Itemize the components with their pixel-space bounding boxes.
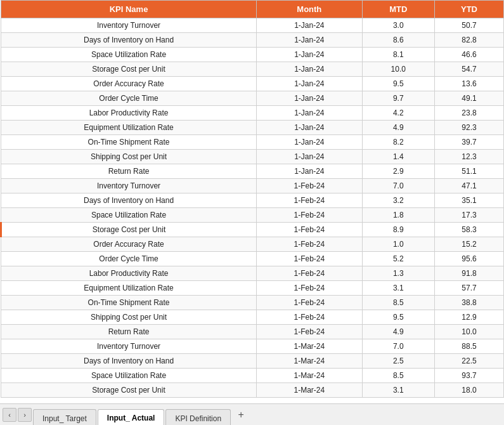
cell-kpi: Space Utilization Rate bbox=[1, 208, 257, 223]
table-row: Space Utilization Rate1-Feb-241.817.3 bbox=[1, 208, 504, 223]
cell-mtd: 1.3 bbox=[362, 266, 434, 281]
cell-kpi: Order Cycle Time bbox=[1, 91, 257, 106]
cell-ytd: 17.3 bbox=[435, 208, 504, 223]
cell-mtd: 8.6 bbox=[362, 33, 434, 48]
cell-kpi: Order Accuracy Rate bbox=[1, 237, 257, 252]
col-header-kpi: KPI Name bbox=[1, 1, 257, 18]
cell-month: 1-Jan-24 bbox=[257, 106, 362, 121]
cell-mtd: 7.0 bbox=[362, 339, 434, 354]
cell-month: 1-Jan-24 bbox=[257, 77, 362, 91]
cell-kpi: Return Rate bbox=[1, 164, 257, 179]
cell-month: 1-Jan-24 bbox=[257, 121, 362, 135]
cell-ytd: 54.7 bbox=[435, 62, 504, 77]
table-row: Inventory Turnover1-Feb-247.047.1 bbox=[1, 179, 504, 193]
cell-month: 1-Jan-24 bbox=[257, 33, 362, 48]
cell-ytd: 49.1 bbox=[435, 91, 504, 106]
table-row: Days of Inventory on Hand1-Mar-242.522.5 bbox=[1, 354, 504, 369]
cell-mtd: 1.0 bbox=[362, 237, 434, 252]
cell-kpi: Space Utilization Rate bbox=[1, 48, 257, 62]
cell-kpi: Inventory Turnover bbox=[1, 179, 257, 193]
cell-ytd: 50.7 bbox=[435, 18, 504, 33]
cell-kpi: Inventory Turnover bbox=[1, 18, 257, 33]
cell-ytd: 58.3 bbox=[435, 223, 504, 237]
tab-add-button[interactable]: + bbox=[233, 407, 249, 422]
cell-kpi: On-Time Shipment Rate bbox=[1, 135, 257, 150]
table-row: Inventory Turnover1-Mar-247.088.5 bbox=[1, 339, 504, 354]
cell-kpi: Storage Cost per Unit bbox=[1, 383, 257, 398]
tab-bar: ‹ › Input_ TargetInput_ ActualKPI Defini… bbox=[0, 403, 504, 425]
cell-ytd: 92.3 bbox=[435, 121, 504, 135]
cell-mtd: 5.2 bbox=[362, 252, 434, 266]
tab-kpi-definition[interactable]: KPI Definition bbox=[165, 409, 231, 425]
cell-kpi: Return Rate bbox=[1, 325, 257, 339]
cell-kpi: Storage Cost per Unit bbox=[1, 223, 257, 237]
cell-mtd: 8.9 bbox=[362, 223, 434, 237]
cell-mtd: 8.2 bbox=[362, 135, 434, 150]
cell-mtd: 2.9 bbox=[362, 164, 434, 179]
cell-mtd: 4.9 bbox=[362, 121, 434, 135]
cell-month: 1-Mar-24 bbox=[257, 369, 362, 383]
cell-kpi: Order Cycle Time bbox=[1, 252, 257, 266]
cell-month: 1-Feb-24 bbox=[257, 223, 362, 237]
cell-ytd: 93.7 bbox=[435, 369, 504, 383]
tab-input--actual[interactable]: Input_ Actual bbox=[98, 409, 165, 425]
cell-mtd: 9.5 bbox=[362, 77, 434, 91]
cell-kpi: Days of Inventory on Hand bbox=[1, 354, 257, 369]
cell-month: 1-Feb-24 bbox=[257, 266, 362, 281]
cell-mtd: 4.9 bbox=[362, 325, 434, 339]
cell-mtd: 8.1 bbox=[362, 48, 434, 62]
table-row: Shipping Cost per Unit1-Feb-249.512.9 bbox=[1, 310, 504, 325]
cell-mtd: 3.1 bbox=[362, 383, 434, 398]
table-body: Inventory Turnover1-Jan-243.050.7Days of… bbox=[1, 18, 504, 398]
cell-ytd: 95.6 bbox=[435, 252, 504, 266]
cell-ytd: 88.5 bbox=[435, 339, 504, 354]
table-header: KPI Name Month MTD YTD bbox=[1, 1, 504, 18]
table-row: Space Utilization Rate1-Mar-248.593.7 bbox=[1, 369, 504, 383]
table-row: Shipping Cost per Unit1-Jan-241.412.3 bbox=[1, 150, 504, 164]
table-row: Order Accuracy Rate1-Jan-249.513.6 bbox=[1, 77, 504, 91]
cell-mtd: 8.5 bbox=[362, 296, 434, 310]
cell-ytd: 15.2 bbox=[435, 237, 504, 252]
cell-mtd: 7.0 bbox=[362, 179, 434, 193]
cell-month: 1-Mar-24 bbox=[257, 354, 362, 369]
cell-month: 1-Jan-24 bbox=[257, 91, 362, 106]
table-row: Equipment Utilization Rate1-Jan-244.992.… bbox=[1, 121, 504, 135]
cell-month: 1-Feb-24 bbox=[257, 281, 362, 296]
kpi-table: KPI Name Month MTD YTD Inventory Turnove… bbox=[0, 0, 504, 398]
cell-ytd: 46.6 bbox=[435, 48, 504, 62]
cell-month: 1-Jan-24 bbox=[257, 135, 362, 150]
table-row: Equipment Utilization Rate1-Feb-243.157.… bbox=[1, 281, 504, 296]
table-row: Storage Cost per Unit1-Jan-2410.054.7 bbox=[1, 62, 504, 77]
tab-prev-button[interactable]: ‹ bbox=[3, 408, 16, 422]
cell-ytd: 91.8 bbox=[435, 266, 504, 281]
cell-month: 1-Jan-24 bbox=[257, 48, 362, 62]
cell-ytd: 38.8 bbox=[435, 296, 504, 310]
cell-ytd: 51.1 bbox=[435, 164, 504, 179]
table-row: Space Utilization Rate1-Jan-248.146.6 bbox=[1, 48, 504, 62]
cell-kpi: Labor Productivity Rate bbox=[1, 266, 257, 281]
table-row: Labor Productivity Rate1-Jan-244.223.8 bbox=[1, 106, 504, 121]
cell-mtd: 9.7 bbox=[362, 91, 434, 106]
cell-month: 1-Jan-24 bbox=[257, 18, 362, 33]
cell-kpi: Shipping Cost per Unit bbox=[1, 150, 257, 164]
cell-mtd: 1.4 bbox=[362, 150, 434, 164]
tab-input--target[interactable]: Input_ Target bbox=[33, 409, 96, 425]
col-header-month: Month bbox=[257, 1, 362, 18]
cell-kpi: Equipment Utilization Rate bbox=[1, 281, 257, 296]
cell-ytd: 35.1 bbox=[435, 193, 504, 208]
table-row: Order Accuracy Rate1-Feb-241.015.2 bbox=[1, 237, 504, 252]
table-row: Inventory Turnover1-Jan-243.050.7 bbox=[1, 18, 504, 33]
cell-kpi: Order Accuracy Rate bbox=[1, 77, 257, 91]
cell-month: 1-Feb-24 bbox=[257, 296, 362, 310]
cell-mtd: 2.5 bbox=[362, 354, 434, 369]
cell-month: 1-Feb-24 bbox=[257, 310, 362, 325]
tab-next-button[interactable]: › bbox=[18, 408, 32, 422]
cell-month: 1-Feb-24 bbox=[257, 252, 362, 266]
cell-mtd: 3.1 bbox=[362, 281, 434, 296]
table-row: Days of Inventory on Hand1-Jan-248.682.8 bbox=[1, 33, 504, 48]
cell-month: 1-Feb-24 bbox=[257, 208, 362, 223]
cell-kpi: Days of Inventory on Hand bbox=[1, 33, 257, 48]
cell-mtd: 1.8 bbox=[362, 208, 434, 223]
cell-mtd: 3.2 bbox=[362, 193, 434, 208]
cell-kpi: Days of Inventory on Hand bbox=[1, 193, 257, 208]
